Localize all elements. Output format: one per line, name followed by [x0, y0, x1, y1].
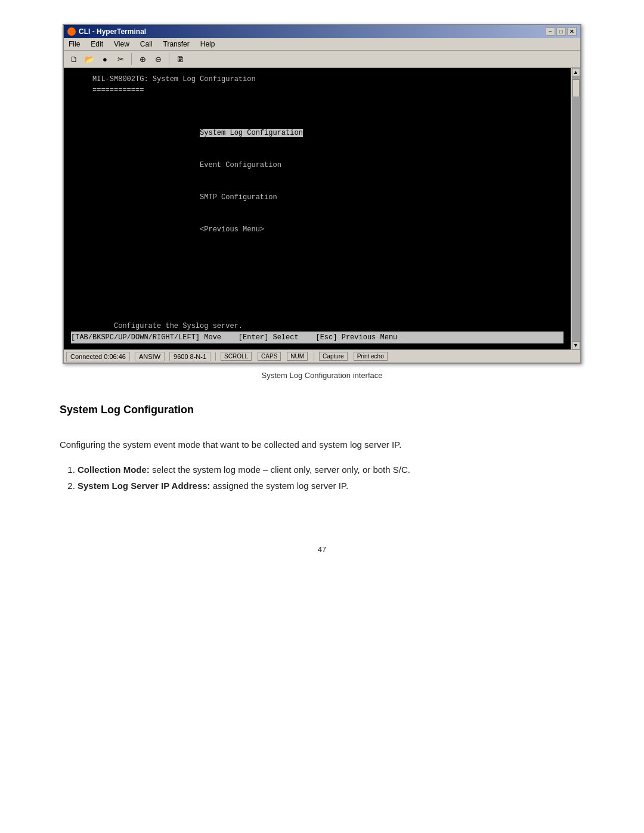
window-caption: System Log Configuration interface [48, 371, 596, 380]
terminal-menu-item-1[interactable]: Event Configuration [71, 149, 564, 181]
doc-list-item-1-text: select the system log mode – client only… [150, 465, 410, 475]
terminal-selected-item: System Log Configuration [200, 129, 303, 137]
title-bar-controls: − □ ✕ [546, 27, 577, 36]
title-bar-left: CLI - HyperTerminal [67, 27, 146, 36]
terminal-spacer-8 [71, 299, 564, 310]
doc-list-item-1-bold: Collection Mode: [78, 465, 150, 475]
terminal-spacer-9 [71, 310, 564, 321]
doc-heading: System Log Configuration [60, 404, 584, 416]
toolbar-separator-1 [131, 53, 132, 65]
scrollbar-track [572, 76, 580, 341]
doc-list-item-2-text: assigned the system log server IP. [210, 481, 349, 491]
terminal-spacer-5 [71, 267, 564, 278]
app-icon [67, 27, 76, 36]
menu-view[interactable]: View [112, 39, 132, 49]
menu-file[interactable]: File [66, 39, 82, 49]
scissors-button[interactable]: ✂ [114, 52, 127, 66]
toolbar: 🗋 📂 ● ✂ ⊕ ⊖ 🖹 [64, 51, 580, 68]
terminal-spacer-2 [71, 106, 564, 117]
properties-button[interactable]: 🖹 [174, 52, 187, 66]
menu-help[interactable]: Help [198, 39, 218, 49]
document-content: System Log Configuration Configuring the… [48, 398, 596, 509]
open-button[interactable]: 📂 [83, 52, 96, 66]
doc-paragraph: Configuring the system event mode that w… [60, 438, 584, 452]
paste-button[interactable]: ⊖ [151, 52, 165, 66]
status-divider-1 [215, 352, 216, 361]
terminal-header: MIL-SM8002TG: System Log Configuration [71, 74, 564, 85]
terminal-separator: ============ [71, 85, 564, 95]
toolbar-separator-2 [169, 53, 169, 65]
menu-transfer[interactable]: Transfer [161, 39, 192, 49]
terminal-spacer-6 [71, 278, 564, 289]
terminal-wrapper: MIL-SM8002TG: System Log Configuration =… [64, 68, 580, 349]
maximize-button[interactable]: □ [556, 27, 566, 36]
doc-list-item-2-bold: System Log Server IP Address: [78, 481, 210, 491]
terminal-area[interactable]: MIL-SM8002TG: System Log Configuration =… [64, 68, 571, 349]
scrollbar-down-button[interactable]: ▼ [572, 341, 580, 349]
status-scroll[interactable]: SCROLL [221, 352, 252, 361]
hyperterminal-window: CLI - HyperTerminal − □ ✕ File Edit View… [63, 24, 581, 364]
minimize-button[interactable]: − [546, 27, 555, 36]
page-number: 47 [48, 545, 596, 554]
new-button[interactable]: 🗋 [67, 52, 80, 66]
doc-list: Collection Mode: select the system log m… [78, 462, 584, 494]
status-divider-2 [314, 352, 314, 361]
scrollbar-thumb[interactable] [572, 79, 580, 97]
window-title: CLI - HyperTerminal [79, 27, 146, 36]
terminal-spacer-4 [71, 256, 564, 267]
status-baud: 9600 8-N-1 [169, 352, 210, 361]
status-print-echo[interactable]: Print echo [354, 352, 388, 361]
record-button[interactable]: ● [98, 52, 112, 66]
terminal-scrollbar: ▲ ▼ [571, 68, 580, 349]
terminal-bottom-info: Configurate the Syslog server. [71, 321, 564, 332]
terminal-menu-item-2[interactable]: SMTP Configuration [71, 181, 564, 213]
terminal-spacer-1 [71, 95, 564, 106]
doc-list-item-1: Collection Mode: select the system log m… [78, 462, 584, 478]
menu-edit[interactable]: Edit [88, 39, 106, 49]
terminal-menu-item-3[interactable]: <Previous Menu> [71, 213, 564, 246]
terminal-menu-item-0[interactable]: System Log Configuration [71, 117, 564, 149]
terminal-spacer-7 [71, 289, 564, 299]
scrollbar-up-button[interactable]: ▲ [572, 68, 580, 76]
doc-list-item-2: System Log Server IP Address: assigned t… [78, 478, 584, 494]
terminal-nav-hint: [TAB/BKSPC/UP/DOWN/RIGHT/LEFT] Move [Ent… [71, 332, 564, 343]
menu-bar: File Edit View Call Transfer Help [64, 38, 580, 51]
status-caps[interactable]: CAPS [258, 352, 281, 361]
status-capture[interactable]: Capture [319, 352, 348, 361]
close-button[interactable]: ✕ [567, 27, 577, 36]
status-connected: Connected 0:06:46 [66, 352, 130, 361]
status-bar: Connected 0:06:46 ANSIW 9600 8-N-1 SCROL… [64, 349, 580, 363]
status-encoding: ANSIW [135, 352, 165, 361]
menu-call[interactable]: Call [138, 39, 155, 49]
copy-button[interactable]: ⊕ [136, 52, 149, 66]
status-num[interactable]: NUM [287, 352, 308, 361]
terminal-spacer-3 [71, 246, 564, 256]
title-bar: CLI - HyperTerminal − □ ✕ [64, 25, 580, 38]
